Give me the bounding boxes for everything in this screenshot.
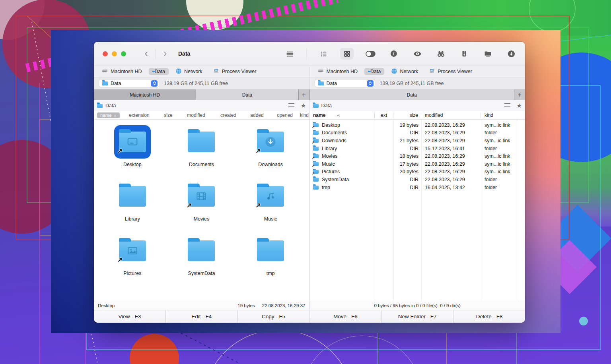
volume-stepper-icon[interactable] — [151, 80, 158, 87]
table-row-tmp[interactable]: tmpDIR16.04.2025, 13:42folder — [309, 184, 525, 192]
volume-select[interactable]: Data — [99, 79, 159, 87]
column-header-modified[interactable]: modified — [421, 112, 481, 118]
column-header-ext[interactable]: ext — [375, 112, 393, 118]
download-icon[interactable] — [504, 48, 518, 60]
forward-button[interactable] — [159, 48, 171, 60]
grid-item-pictures[interactable]: ↗Pictures — [98, 231, 167, 285]
volume-stepper-icon[interactable] — [367, 80, 374, 87]
folder-icon — [257, 240, 284, 261]
list-view-icon[interactable] — [317, 48, 330, 60]
table-row-downloads[interactable]: ↗Downloads21 bytes22.08.2023, 16:29sym..… — [309, 137, 525, 145]
path-bar-left[interactable]: Data ★ — [94, 100, 309, 111]
table-row-music[interactable]: ↗Music17 bytes22.08.2023, 16:29sym...ic … — [309, 160, 525, 168]
grid-item-systemdata[interactable]: SystemData — [167, 231, 236, 285]
toggle-icon[interactable] — [364, 48, 377, 60]
close-button[interactable] — [103, 51, 108, 56]
function-bar: View - F3Edit - F4Copy - F5Move - F6New … — [94, 310, 525, 323]
favorite-item-macintosh-hd[interactable]: Macintosh HD — [314, 67, 362, 76]
info-icon[interactable] — [387, 48, 401, 60]
column-header-name[interactable]: name — [309, 112, 375, 118]
file-name-cell: tmp — [309, 185, 375, 190]
grid-item-movies[interactable]: ↗Movies — [167, 176, 236, 231]
icon-box: ↗ — [183, 180, 220, 213]
file-name-cell: Library — [309, 146, 375, 151]
table-row-systemdata[interactable]: SystemDataDIR22.08.2023, 16:29folder — [309, 176, 525, 184]
grid-item-desktop[interactable]: ↗Desktop — [98, 122, 167, 176]
column-header-name[interactable]: name▲ — [94, 112, 122, 118]
new-tab-button[interactable]: + — [299, 89, 309, 100]
grid-view-icon[interactable] — [340, 48, 354, 60]
symlink-arrow-icon: ↗ — [312, 171, 315, 175]
column-headers-left: name▲extensionsizemodifiedcreatedaddedop… — [94, 111, 309, 120]
minimize-button[interactable] — [112, 51, 117, 56]
grid-item-music[interactable]: ↗Music — [236, 176, 305, 231]
table-row-library[interactable]: LibraryDIR15.12.2023, 16:41folder — [309, 145, 525, 153]
column-header-size[interactable]: size — [157, 112, 180, 118]
fn-button-f4[interactable]: Edit - F4 — [166, 310, 238, 323]
grid-item-documents[interactable]: Documents — [167, 122, 236, 176]
path-bar-right[interactable]: Data ★ — [309, 100, 525, 111]
fn-button-f8[interactable]: Delete - F8 — [453, 310, 525, 323]
favorite-item-network[interactable]: Network — [172, 67, 206, 76]
tab-data[interactable]: Data — [310, 89, 515, 100]
column-header-size[interactable]: size — [393, 112, 421, 118]
favorite-item-process-viewer[interactable]: Process Viewer — [425, 67, 476, 76]
favorite-item-macintosh-hd[interactable]: Macintosh HD — [98, 67, 146, 76]
column-header-opened[interactable]: opened — [270, 112, 300, 118]
grid-item-library[interactable]: Library — [98, 176, 167, 231]
volume-name: Data — [327, 81, 364, 86]
column-header-extension[interactable]: extension — [122, 112, 157, 118]
folder-icon: ↗ — [313, 139, 319, 143]
icon-box: ↗ — [252, 125, 289, 159]
zoom-button[interactable] — [121, 51, 126, 56]
fn-button-f3[interactable]: View - F3 — [94, 310, 166, 323]
menu-icon[interactable] — [283, 48, 296, 60]
column-header-created[interactable]: created — [212, 112, 244, 118]
back-button[interactable] — [140, 48, 152, 60]
nav-divider — [156, 48, 156, 59]
folder-icon — [188, 132, 215, 152]
tab-macintosh-hd[interactable]: Macintosh HD — [94, 89, 196, 100]
favorite-item-data[interactable]: Data — [149, 68, 169, 75]
file-modified-cell: 22.08.2023, 16:29 — [421, 161, 481, 167]
fn-button-f5[interactable]: Copy - F5 — [238, 310, 310, 323]
column-header-kind[interactable]: kind — [300, 112, 309, 118]
list-menu-icon[interactable] — [288, 103, 294, 108]
folder-icon: ↗ — [257, 132, 284, 152]
grid-item-label: Downloads — [258, 162, 283, 167]
table-row-desktop[interactable]: ↗Desktop19 bytes22.08.2023, 16:29sym...i… — [309, 121, 525, 129]
titlebar[interactable]: Data — [94, 42, 525, 66]
network-share-icon[interactable] — [481, 48, 494, 60]
favorite-item-process-viewer[interactable]: Process Viewer — [209, 67, 260, 76]
column-header-modified[interactable]: modified — [180, 112, 212, 118]
grid-item-tmp[interactable]: tmp — [236, 231, 305, 285]
favorite-item-network[interactable]: Network — [387, 67, 422, 76]
folder-icon: ↗ — [313, 162, 319, 166]
panes-container: name▲extensionsizemodifiedcreatedaddedop… — [94, 111, 525, 301]
table-row-pictures[interactable]: ↗Pictures20 bytes22.08.2023, 16:29sym...… — [309, 168, 525, 176]
table-row-movies[interactable]: ↗Movies18 bytes22.08.2023, 16:29sym...ic… — [309, 152, 525, 160]
list-menu-icon[interactable] — [504, 103, 510, 108]
table-row-documents[interactable]: DocumentsDIR22.08.2023, 16:29folder — [309, 129, 525, 137]
grid-item-downloads[interactable]: ↗Downloads — [236, 122, 305, 176]
file-kind-cell: sym...ic link — [481, 122, 525, 128]
file-modified-cell: 22.08.2023, 16:29 — [421, 169, 481, 174]
fn-button-f7[interactable]: New Folder - F7 — [381, 310, 453, 323]
preview-eye-icon[interactable] — [411, 48, 424, 60]
archive-icon[interactable] — [457, 48, 471, 60]
search-binoculars-icon[interactable] — [434, 48, 448, 60]
symlink-arrow-icon: ↗ — [255, 201, 261, 209]
star-icon[interactable]: ★ — [517, 103, 522, 108]
favorite-item-data[interactable]: Data — [364, 68, 384, 75]
tab-data[interactable]: Data — [196, 89, 298, 100]
fn-button-f6[interactable]: Move - F6 — [309, 310, 381, 323]
volume-select[interactable]: Data — [315, 79, 375, 87]
file-modified-cell: 15.12.2023, 16:41 — [421, 146, 481, 151]
right-pane-content[interactable]: ↗Desktop19 bytes22.08.2023, 16:29sym...i… — [309, 120, 525, 301]
new-tab-button[interactable]: + — [514, 89, 525, 100]
left-pane-content[interactable]: ↗DesktopDocuments↗DownloadsLibrary↗Movie… — [94, 120, 309, 301]
file-size-cell: DIR — [393, 146, 421, 151]
column-header-kind[interactable]: kind — [481, 112, 525, 118]
star-icon[interactable]: ★ — [301, 103, 306, 108]
column-header-added[interactable]: added — [244, 112, 270, 118]
